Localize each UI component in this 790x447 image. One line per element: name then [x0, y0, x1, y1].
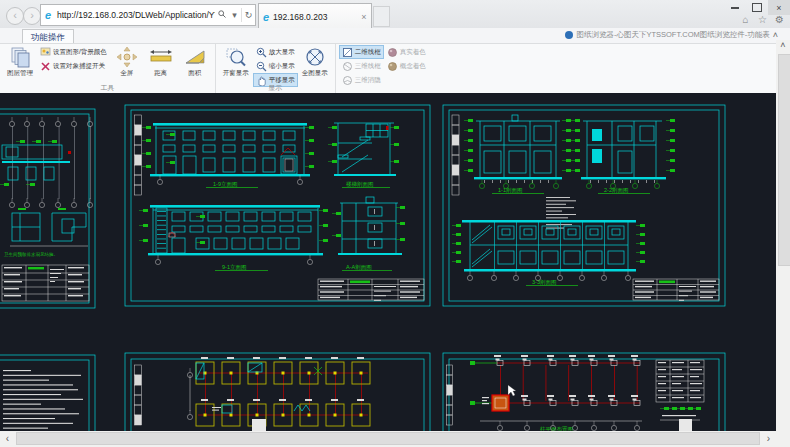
styles-col-1: 二维线框 三维线框 三维消隐: [339, 45, 384, 87]
zoom-in-button[interactable]: 放大显示: [253, 45, 298, 59]
measure-area-button[interactable]: 面积: [178, 45, 212, 76]
fullscreen-button[interactable]: 全屏: [110, 45, 144, 76]
section-1-1: 1-1剖面图: [464, 115, 571, 194]
tools-stack: 设置图形/背景颜色 设置对象捕捉开关: [37, 45, 110, 73]
section-small-title: A-A剖面图: [346, 264, 372, 271]
elevation-9-1: 9-1立面图: [139, 205, 328, 271]
set-color-label: 设置图形/背景颜色: [53, 48, 107, 57]
section-small-a: A-A剖面图: [332, 197, 405, 271]
plugin-icon: [565, 31, 573, 39]
distance-label: 距离: [154, 69, 167, 76]
browser-toolbar-icons: ⌂ ☆ ⚙: [739, 14, 786, 25]
distance-ruler-icon: [149, 46, 173, 68]
refresh-icon[interactable]: ↻: [242, 10, 255, 20]
ribbon-tab-function[interactable]: 功能操作: [22, 29, 74, 44]
zoom-in-label: 放大显示: [269, 48, 295, 57]
sheet-c: [125, 353, 430, 431]
minimize-button[interactable]: [724, 0, 746, 15]
url-text[interactable]: http://192.168.0.203/DLWeb/Application/Y…: [55, 10, 215, 20]
styles-col-2: 真实着色 概念着色: [384, 45, 429, 73]
selected-column[interactable]: [482, 385, 516, 411]
tab-favicon: e: [259, 11, 273, 23]
revision-strip-c: [135, 365, 142, 425]
new-tab-button[interactable]: [373, 6, 390, 27]
vertical-scroll-thumb[interactable]: [778, 54, 790, 266]
cursor-arrow: [508, 385, 516, 396]
stair-section-title: 楼梯剖面图: [346, 181, 374, 188]
forward-button[interactable]: ›: [23, 7, 41, 25]
section-3-3: 3-3剖面图: [452, 220, 645, 286]
fullscreen-arrows-icon: [116, 46, 138, 68]
wireframe-3d-icon: [342, 61, 353, 72]
snap-toggle-x-icon: [40, 61, 51, 72]
window-zoom-button[interactable]: 开窗显示: [219, 45, 253, 76]
address-bar[interactable]: e http://192.168.0.203/DLWeb/Application…: [40, 4, 256, 26]
maximize-button[interactable]: [746, 0, 768, 15]
notes-block-b: [546, 197, 576, 229]
ribbon-group-tools: 图层管理 设置图形/背景颜色 设置对象捕捉开关: [0, 44, 216, 93]
set-osnap-button[interactable]: 设置对象捕捉开关: [37, 59, 110, 73]
title-block-b: [633, 279, 719, 301]
fullscreen-label: 全屏: [120, 69, 133, 76]
column-schedule-table: [656, 360, 704, 420]
favorites-star-icon[interactable]: ☆: [756, 14, 769, 25]
realistic-sphere-icon: [387, 47, 398, 58]
conceptual-style-button[interactable]: 概念着色: [384, 59, 429, 73]
measure-distance-button[interactable]: 距离: [144, 45, 178, 76]
scroll-left-icon[interactable]: ‹: [0, 433, 15, 444]
vertical-scrollbar[interactable]: ˄ ˅: [776, 40, 790, 447]
search-icon[interactable]: [215, 10, 228, 20]
settings-gear-icon[interactable]: ⚙: [773, 14, 786, 25]
window-zoom-label: 开窗显示: [223, 69, 249, 76]
color-palette-icon: [40, 47, 51, 58]
revision-strip-b: [452, 115, 459, 195]
plugin-info-text[interactable]: 图纸浏览器-心图天下YTSSOFT.COM图纸浏览控件-功能表: [576, 30, 769, 40]
display-stack: 放大显示 缩小显示 平移显示: [253, 45, 298, 87]
sheet-d: 柱平面布置图: [443, 353, 725, 431]
section-1-1-title: 1-1剖面图: [498, 187, 522, 194]
sheet-l1-note: 卫生间预留排水洞见结施。: [3, 251, 58, 258]
zoom-all-label: 全图显示: [302, 69, 328, 76]
back-button[interactable]: ‹: [6, 7, 24, 25]
collapse-ribbon-icon[interactable]: ˄: [773, 30, 778, 40]
maximize-icon: [752, 3, 762, 12]
stair-section-a: 楼梯剖面图: [328, 123, 399, 188]
horizontal-scrollbar[interactable]: ‹ ›: [0, 431, 776, 446]
scroll-up-icon[interactable]: ˄: [776, 40, 790, 50]
section-3-3-title: 3-3剖面图: [532, 279, 556, 286]
horizontal-scroll-thumb[interactable]: [16, 432, 760, 445]
title-block-a: [318, 279, 424, 301]
autocomplete-caret-icon[interactable]: ▾: [228, 10, 241, 20]
hidden-3d-label: 三维消隐: [355, 76, 381, 85]
zoom-out-label: 缩小显示: [269, 62, 295, 71]
elevation-2-title: 9-1立面图: [222, 264, 246, 271]
scroll-right-icon[interactable]: ›: [761, 433, 776, 444]
ribbon-group-display: 开窗显示 放大显示: [216, 44, 336, 93]
wireframe-3d-button[interactable]: 三维线框: [339, 59, 384, 73]
wireframe-2d-button[interactable]: 二维线框: [339, 45, 384, 59]
minimize-icon: [731, 7, 739, 9]
realistic-style-button[interactable]: 真实着色: [384, 45, 429, 59]
realistic-style-label: 真实着色: [400, 48, 426, 57]
home-icon[interactable]: ⌂: [739, 14, 752, 25]
layer-manage-button[interactable]: 图层管理: [3, 45, 37, 76]
drawing-canvas[interactable]: 卫生间预留排水洞见结施。: [0, 93, 776, 431]
sheet-left-partial-bottom: [0, 355, 95, 431]
zoom-extents-icon: [304, 46, 326, 68]
scrollbar-corner: [776, 431, 790, 447]
browser-tab[interactable]: e 192.168.0.203 ×: [258, 3, 372, 29]
sheet-b: 1-1剖面图 2-2剖面图: [443, 105, 725, 306]
sheet-left-partial-top: 卫生间预留排水洞见结施。: [0, 109, 95, 308]
zoom-all-button[interactable]: 全图显示: [298, 45, 332, 76]
close-button[interactable]: ×: [768, 0, 790, 15]
zoom-in-icon: [256, 47, 267, 58]
tab-close-icon[interactable]: ×: [357, 12, 371, 22]
conceptual-sphere-icon: [387, 61, 398, 72]
zoom-out-icon: [256, 61, 267, 72]
section-2-2-title: 2-2剖面图: [604, 187, 628, 194]
hidden-3d-button[interactable]: 三维消隐: [339, 73, 384, 87]
zoom-out-button[interactable]: 缩小显示: [253, 59, 298, 73]
set-color-button[interactable]: 设置图形/背景颜色: [37, 45, 110, 59]
cad-drawing: 卫生间预留排水洞见结施。: [0, 93, 776, 431]
plugin-info-bar: 图纸浏览器-心图天下YTSSOFT.COM图纸浏览控件-功能表 ˄: [565, 29, 778, 41]
